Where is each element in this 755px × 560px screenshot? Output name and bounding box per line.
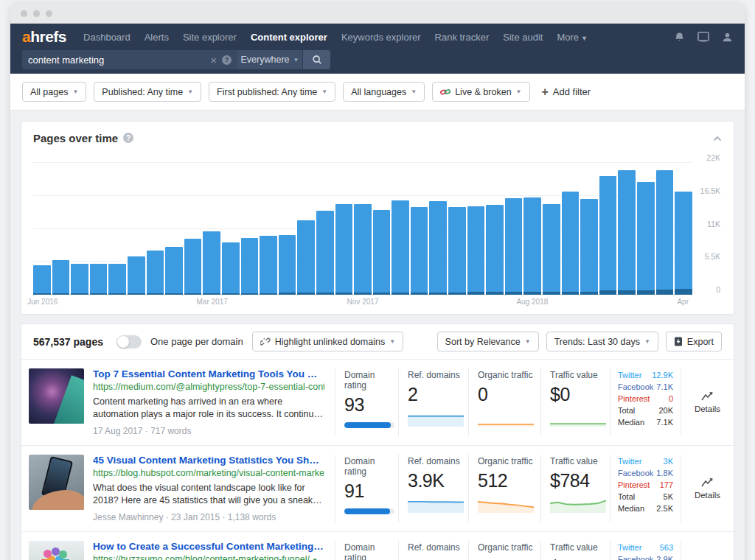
nav-item-more[interactable]: More▼ bbox=[557, 32, 588, 43]
chart-bar[interactable] bbox=[184, 239, 202, 295]
chart-bar[interactable] bbox=[335, 204, 353, 295]
search-button[interactable] bbox=[302, 50, 330, 69]
chart-bar[interactable] bbox=[429, 201, 447, 295]
social-label[interactable]: Facebook bbox=[618, 554, 653, 560]
export-button[interactable]: Export bbox=[666, 332, 722, 351]
add-filter-button[interactable]: +Add filter bbox=[542, 85, 591, 99]
social-label[interactable]: Pinterest bbox=[618, 480, 650, 491]
chart-bar[interactable] bbox=[562, 192, 580, 295]
window-minimize-button[interactable] bbox=[33, 10, 40, 17]
social-label[interactable]: Twitter bbox=[618, 542, 641, 553]
chevron-down-icon: ▼ bbox=[516, 88, 522, 95]
chart-bar[interactable] bbox=[543, 204, 560, 295]
result-url[interactable]: https://medium.com/@almightypress/top-7-… bbox=[93, 382, 324, 392]
chart-bar-broken-segment bbox=[467, 292, 485, 295]
chart-bar[interactable] bbox=[279, 235, 296, 295]
chart-bar[interactable] bbox=[523, 197, 541, 295]
chart-bar[interactable] bbox=[637, 182, 655, 295]
search-help-icon[interactable]: ? bbox=[222, 55, 232, 65]
nav-item-keywords-explorer[interactable]: Keywords explorer bbox=[341, 32, 421, 43]
chart-bar[interactable] bbox=[656, 170, 674, 295]
stat-label: Ref. domains bbox=[408, 542, 468, 553]
filter-live-broken[interactable]: Live & broken▼ bbox=[432, 82, 529, 102]
social-label[interactable]: Twitter bbox=[618, 370, 641, 381]
chart-help-icon[interactable]: ? bbox=[123, 133, 133, 143]
social-value: 1.8K bbox=[656, 468, 673, 479]
stat-rd: Ref. domains3.9K bbox=[398, 455, 468, 522]
chart-bar[interactable] bbox=[448, 207, 466, 295]
search-scope-dropdown[interactable]: Everywhere▼ bbox=[237, 50, 302, 69]
one-page-per-domain-toggle[interactable] bbox=[116, 335, 142, 349]
chart-bar[interactable] bbox=[354, 204, 372, 295]
filter-first-published-any-time[interactable]: First published: Any time▼ bbox=[209, 82, 335, 102]
chart-bar[interactable] bbox=[467, 206, 485, 295]
chart-bar[interactable] bbox=[599, 176, 617, 295]
chart-bar[interactable] bbox=[165, 247, 183, 295]
chart-bar-broken-segment bbox=[486, 292, 504, 295]
chart-bar[interactable] bbox=[373, 210, 391, 295]
social-label[interactable]: Facebook bbox=[618, 382, 653, 393]
chart-bar[interactable] bbox=[147, 251, 164, 295]
chart-bar[interactable] bbox=[297, 220, 315, 295]
app-window-icon[interactable] bbox=[697, 32, 709, 42]
chart-bar[interactable] bbox=[203, 231, 220, 295]
bell-icon[interactable] bbox=[674, 32, 685, 43]
details-button[interactable]: Details bbox=[681, 541, 734, 560]
chart-bar[interactable] bbox=[241, 238, 259, 295]
clear-search-icon[interactable]: × bbox=[210, 55, 217, 66]
chart-bar[interactable] bbox=[33, 265, 51, 295]
nav-item-site-audit[interactable]: Site audit bbox=[503, 32, 543, 43]
chart-bar[interactable] bbox=[580, 199, 598, 295]
chart-bar[interactable] bbox=[52, 260, 70, 295]
chart-bar[interactable] bbox=[411, 207, 428, 295]
chart-bar[interactable] bbox=[505, 198, 523, 295]
chart-bars bbox=[33, 155, 692, 295]
result-title-link[interactable]: 45 Visual Content Marketing Statistics Y… bbox=[93, 455, 324, 466]
result-url[interactable]: https://buzzsumo.com/blog/content-market… bbox=[93, 554, 324, 560]
stat-label: Organic traffic bbox=[478, 542, 540, 553]
nav-item-dashboard[interactable]: Dashboard bbox=[83, 32, 131, 43]
ahrefs-logo[interactable]: ahrefs bbox=[22, 28, 66, 46]
chart-bar[interactable] bbox=[222, 242, 240, 295]
chart-bar[interactable] bbox=[90, 264, 108, 295]
search-input[interactable] bbox=[28, 55, 205, 66]
chart-bar[interactable] bbox=[486, 205, 504, 295]
social-label[interactable]: Twitter bbox=[618, 456, 641, 467]
result-meta: Jesse Mawhinney · 23 Jan 2015 · 1,138 wo… bbox=[93, 512, 324, 522]
details-button[interactable]: Details bbox=[681, 368, 734, 436]
live-broken-link-icon bbox=[440, 88, 450, 97]
chart-bar[interactable] bbox=[71, 264, 88, 295]
social-label[interactable]: Facebook bbox=[618, 468, 653, 479]
social-value: 20K bbox=[658, 405, 673, 416]
collapse-chart-icon[interactable] bbox=[713, 131, 722, 144]
nav-item-content-explorer[interactable]: Content explorer bbox=[251, 32, 327, 43]
sort-dropdown[interactable]: Sort by Relevance▼ bbox=[437, 332, 539, 351]
trends-dropdown[interactable]: Trends: Last 30 days▼ bbox=[546, 332, 658, 351]
social-label[interactable]: Pinterest bbox=[618, 393, 650, 405]
chart-bar[interactable] bbox=[108, 264, 126, 295]
nav-item-rank-tracker[interactable]: Rank tracker bbox=[435, 32, 490, 43]
result-url[interactable]: https://blog.hubspot.com/marketing/visua… bbox=[93, 468, 324, 478]
stat-label: Traffic value bbox=[550, 456, 610, 466]
chart-bar[interactable] bbox=[675, 192, 692, 295]
chart-bar[interactable] bbox=[618, 170, 636, 295]
filter-published-any-time[interactable]: Published: Any time▼ bbox=[94, 82, 201, 102]
details-button[interactable]: Details bbox=[681, 455, 734, 522]
stat-label: Organic traffic bbox=[478, 370, 540, 380]
nav-item-alerts[interactable]: Alerts bbox=[145, 32, 169, 43]
chart-bar[interactable] bbox=[260, 236, 277, 295]
chart-bar[interactable] bbox=[128, 256, 145, 295]
chart-bar[interactable] bbox=[392, 200, 409, 295]
filter-all-languages[interactable]: All languages▼ bbox=[343, 82, 425, 102]
chevron-down-icon: ▼ bbox=[581, 35, 588, 42]
window-close-button[interactable] bbox=[21, 10, 27, 17]
chart-bar[interactable] bbox=[316, 211, 334, 295]
highlight-unlinked-domains-button[interactable]: Highlight unlinked domains ▼ bbox=[252, 332, 403, 351]
chart-bar-broken-segment bbox=[675, 289, 692, 295]
result-title-link[interactable]: How to Create a Successful Content Marke… bbox=[93, 541, 324, 552]
window-maximize-button[interactable] bbox=[46, 10, 52, 17]
user-icon[interactable] bbox=[722, 32, 733, 43]
filter-all-pages[interactable]: All pages▼ bbox=[22, 82, 86, 102]
nav-item-site-explorer[interactable]: Site explorer bbox=[183, 32, 237, 43]
result-title-link[interactable]: Top 7 Essential Content Marketing Tools … bbox=[93, 368, 324, 379]
